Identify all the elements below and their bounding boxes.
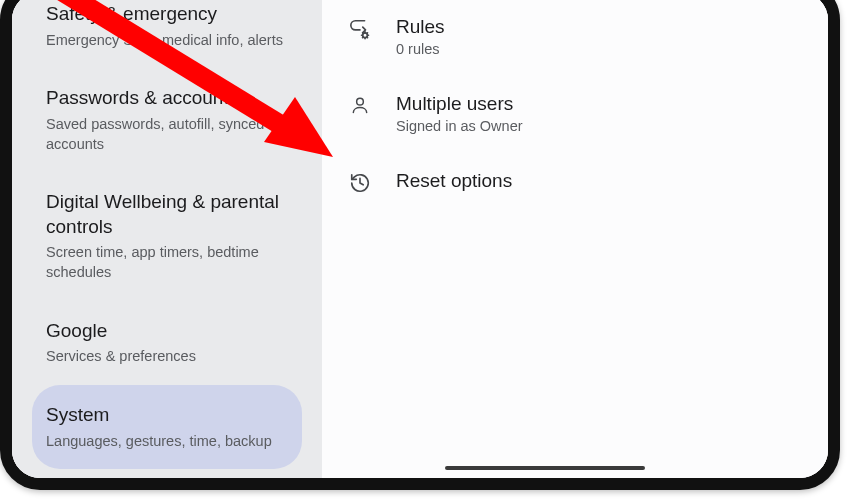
row-title: Multiple users — [396, 93, 523, 115]
row-title: Reset options — [396, 170, 512, 192]
row-sub: 0 rules — [396, 41, 445, 57]
settings-sidebar: Safety & emergency Emergency SOS, medica… — [12, 0, 322, 478]
sidebar-item-safety[interactable]: Safety & emergency Emergency SOS, medica… — [32, 0, 302, 68]
sidebar-item-sub: Emergency SOS, medical info, alerts — [46, 31, 288, 51]
sidebar-item-label: System — [46, 403, 288, 428]
row-rules[interactable]: Rules 0 rules — [332, 0, 808, 77]
sidebar-item-system[interactable]: System Languages, gestures, time, backup — [32, 385, 302, 469]
sidebar-item-wellbeing[interactable]: Digital Wellbeing & parental controls Sc… — [32, 172, 302, 301]
sidebar-item-sub: Languages, gestures, time, backup — [46, 432, 288, 452]
sidebar-item-label: Safety & emergency — [46, 2, 288, 27]
sidebar-item-sub: Screen time, app timers, bedtime schedul… — [46, 243, 288, 282]
sidebar-item-google[interactable]: Google Services & preferences — [32, 301, 302, 385]
sidebar-item-passwords[interactable]: Passwords & accounts Saved passwords, au… — [32, 68, 302, 172]
svg-point-1 — [357, 98, 364, 105]
rules-icon — [348, 16, 372, 40]
sidebar-item-label: Google — [46, 319, 288, 344]
row-sub: Signed in as Owner — [396, 118, 523, 134]
row-title: Rules — [396, 16, 445, 38]
history-icon — [348, 170, 372, 194]
sidebar-item-sub: Saved passwords, autofill, synced accoun… — [46, 115, 288, 154]
nav-handle[interactable] — [445, 466, 645, 470]
row-multiple-users[interactable]: Multiple users Signed in as Owner — [332, 77, 808, 154]
system-settings-panel: Rules 0 rules Multiple users Signed in a… — [322, 0, 828, 478]
row-reset-options[interactable]: Reset options — [332, 154, 808, 214]
tablet-frame: Safety & emergency Emergency SOS, medica… — [0, 0, 840, 490]
settings-screen: Safety & emergency Emergency SOS, medica… — [12, 0, 828, 478]
sidebar-item-sub: Services & preferences — [46, 347, 288, 367]
sidebar-item-label: Digital Wellbeing & parental controls — [46, 190, 288, 239]
person-icon — [348, 93, 372, 115]
sidebar-item-label: Passwords & accounts — [46, 86, 288, 111]
